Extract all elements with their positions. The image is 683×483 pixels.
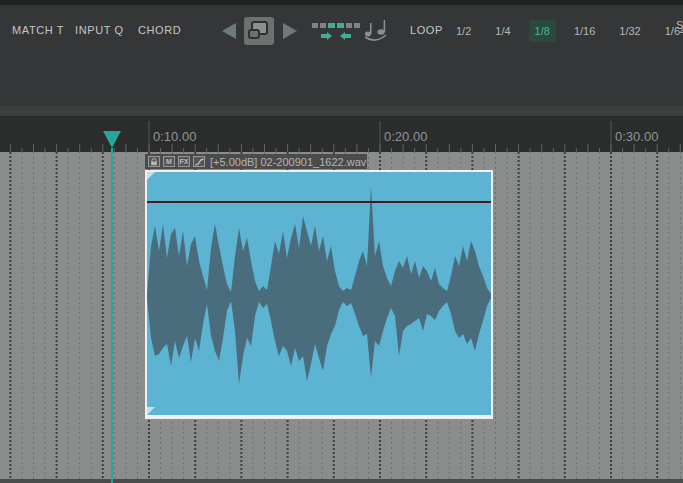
- division-1-4[interactable]: 1/4: [489, 20, 516, 42]
- waveform: [147, 172, 491, 415]
- fade-handle-bottom[interactable]: [147, 407, 155, 415]
- fade-curve-icon: [195, 158, 204, 166]
- division-1-2[interactable]: 1/2: [450, 20, 477, 42]
- swing-note-icon[interactable]: [362, 17, 390, 45]
- daw-window: MATCH T INPUT Q CHORD: [0, 0, 683, 483]
- loop-button[interactable]: LOOP: [410, 24, 443, 36]
- division-1-8[interactable]: 1/8: [529, 20, 556, 42]
- clip-gain-line[interactable]: [147, 201, 491, 203]
- duplicate-icon: [244, 17, 274, 45]
- clip-background: [147, 172, 491, 415]
- clip-mute-button[interactable]: M: [163, 156, 175, 167]
- transport-toolbar: MATCH T INPUT Q CHORD: [0, 5, 683, 52]
- playhead-line: [111, 148, 113, 483]
- empty-panel-area: [0, 52, 683, 106]
- ruler-time-label: 0:30.00: [615, 129, 658, 144]
- lock-icon: [150, 158, 158, 166]
- audio-clip[interactable]: [145, 170, 493, 419]
- fade-in-handle[interactable]: [147, 172, 155, 180]
- bottom-edge: [0, 479, 683, 483]
- chord-button[interactable]: CHORD: [138, 24, 181, 36]
- ruler-time-label: 0:20.00: [384, 129, 427, 144]
- duplicate-button[interactable]: [244, 17, 274, 45]
- cropped-right-label[interactable]: S: [676, 19, 683, 31]
- previous-icon[interactable]: [222, 23, 236, 39]
- clip-fx-button[interactable]: FX: [178, 156, 190, 167]
- match-t-button[interactable]: MATCH T: [12, 24, 64, 36]
- next-icon[interactable]: [283, 23, 297, 39]
- nudge-right-icon[interactable]: [312, 22, 336, 42]
- playhead-marker-icon[interactable]: [103, 131, 121, 148]
- ruler-time-label: 0:10.00: [153, 129, 196, 144]
- nudge-left-icon[interactable]: [337, 22, 361, 42]
- clip-lock-button[interactable]: [148, 156, 160, 167]
- panel-divider: [0, 106, 683, 117]
- division-1-32[interactable]: 1/32: [613, 20, 646, 42]
- clip-fade-button[interactable]: [193, 156, 205, 167]
- grid-division-selector: 1/21/41/81/161/321/64Q: [450, 5, 683, 57]
- input-q-button[interactable]: INPUT Q: [75, 24, 124, 36]
- clip-title: [+5.00dB] 02-200901_1622.wav: [208, 156, 366, 168]
- clip-header[interactable]: M FX [+5.00dB] 02-200901_1622.wav: [145, 154, 367, 169]
- division-1-16[interactable]: 1/16: [568, 20, 601, 42]
